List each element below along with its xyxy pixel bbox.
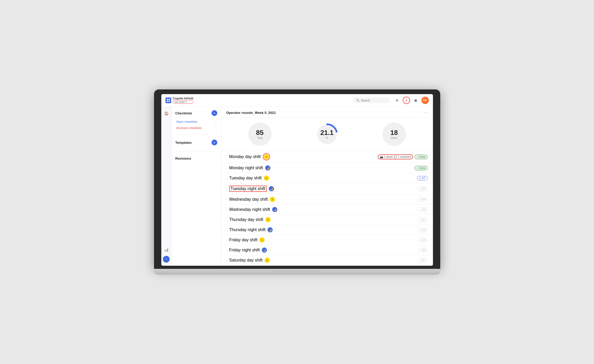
expand-icon: › <box>226 249 227 252</box>
percent-label: % <box>326 136 328 139</box>
shift-left: › Monday day shift ☀ <box>226 153 270 160</box>
shift-type-icon: 🌙 <box>265 165 270 171</box>
shift-right: ○ 0/5 <box>418 187 428 191</box>
sidebar-bottom-icons: 📊 › <box>163 246 170 263</box>
status-badge: ○ 0/7 <box>418 218 428 222</box>
revisions-section: Revisions <box>172 153 221 165</box>
shift-name: Saturday day shift <box>229 258 263 263</box>
shift-type-icon: 🌙 <box>267 227 273 232</box>
shift-type-icon: ☀ <box>265 258 270 263</box>
checklist-item[interactable]: › Saturday day shift ☀ ○ 0/7 <box>221 255 433 265</box>
checklist-item[interactable]: › Thursday day shift ☀ ○ 0/7 <box>221 215 433 225</box>
topbar: Cognite InField Ivar Aasen ▾ 🔍 <box>161 94 433 107</box>
svg-rect-0 <box>167 99 168 100</box>
user-selector[interactable]: Ivar Aasen ▾ <box>173 100 193 104</box>
checklist-item[interactable]: › Monday day shift ☀ 📷 1 photo 💬 1 comme… <box>221 151 433 163</box>
shift-right: ○ 0/4 <box>418 228 428 232</box>
expand-nav-button[interactable]: › <box>163 256 170 263</box>
shift-name: Tuesday day shift <box>229 176 262 180</box>
search-bar[interactable]: 🔍 <box>353 98 390 103</box>
checklist-item[interactable]: › Friday day shift ☀ ○ 0/6 <box>221 235 433 245</box>
shift-type-icon: 🌙 <box>269 186 274 191</box>
home-icon-button[interactable]: 🏠 <box>163 110 170 117</box>
expand-icon: › <box>226 187 227 190</box>
sidebar-item-archived-checklists[interactable]: Archived checklists › <box>175 125 217 131</box>
search-input[interactable] <box>361 99 387 102</box>
chevron-right-icon-2: › <box>215 127 216 129</box>
shift-name: Thursday night shift <box>229 228 266 232</box>
layout-icon-button[interactable]: ▣ <box>412 97 419 104</box>
info-icon-button[interactable]: ℹ <box>403 97 410 104</box>
status-badge: ○ 0/6 <box>418 197 428 202</box>
checklist-item[interactable]: › Tuesday day shift ☀ ◎ 6/7 <box>221 173 433 183</box>
brand-info: Cognite InField Ivar Aasen ▾ <box>173 97 193 104</box>
laptop-base <box>154 269 440 275</box>
expand-icon: › <box>226 177 227 180</box>
templates-title: Templates <box>175 141 192 145</box>
svg-rect-1 <box>169 99 170 100</box>
username: Ivar Aasen <box>174 101 186 103</box>
svg-rect-3 <box>169 101 170 102</box>
shift-type-icon: ☀ <box>264 176 269 181</box>
content-title: Operator rounds_Week 5_2021 <box>226 111 276 115</box>
left-sidebar: Checklists + Open checklists › Archived … <box>172 107 221 266</box>
expand-icon: › <box>226 239 227 242</box>
done-number: 18 <box>390 129 398 136</box>
shift-type-icon: 🌙 <box>262 248 267 253</box>
percent-number: 21.1 <box>320 129 334 136</box>
shift-left: › Friday day shift ☀ <box>226 237 265 243</box>
chevron-down-icon: ▾ <box>186 101 187 103</box>
checklists-section: Checklists + Open checklists › Archived … <box>172 107 221 133</box>
analytics-icon-button[interactable]: 📊 <box>163 246 170 253</box>
grid-icon-button[interactable]: ⊞ <box>393 97 401 104</box>
shift-right: ○ 0/6 <box>418 238 428 242</box>
divider-1 <box>175 134 217 134</box>
more-options-button[interactable]: ··· <box>423 110 427 115</box>
expand-icon: › <box>226 198 227 201</box>
status-badge: ○ 0/5 <box>418 187 428 191</box>
done-stat: 18 Done <box>382 122 406 146</box>
total-stat: 85 Total <box>248 122 272 146</box>
checklist-item[interactable]: › Monday night shift 🌙 ✓ Done <box>221 163 433 173</box>
shift-type-icon: ☀ <box>265 217 271 222</box>
shift-name: Thursday day shift <box>229 217 263 222</box>
status-badge: ○ 0/4 <box>418 228 428 232</box>
shift-left: › Tuesday night shift 🌙 <box>226 186 274 192</box>
revisions-header: Revisions <box>175 157 217 160</box>
total-label: Total <box>257 136 263 139</box>
expand-icon: › <box>226 229 227 231</box>
logo-icon <box>165 98 171 103</box>
shift-type-icon: ☀ <box>264 154 269 159</box>
shift-name: Wednesday night shift <box>229 207 270 212</box>
shift-right: ○ 0/7 <box>418 218 428 222</box>
add-template-button[interactable]: + <box>212 140 217 145</box>
stats-row: 85 Total 21.1 % <box>221 118 433 151</box>
photo-badge: 📷 1 photo 💬 1 comment <box>378 154 413 159</box>
sidebar-item-open-checklists[interactable]: Open checklists › <box>175 119 217 125</box>
checklist-item[interactable]: › Thursday night shift 🌙 ○ 0/4 <box>221 225 433 235</box>
checklist-items: › Monday day shift ☀ 📷 1 photo 💬 1 comme… <box>221 151 433 266</box>
checklist-item[interactable]: › Friday night shift 🌙 ○ 0/6 <box>221 245 433 255</box>
shift-left: › Wednesday day shift ☀ <box>226 197 275 202</box>
shift-name: Monday day shift <box>229 154 261 159</box>
shift-right: ○ 0/6 <box>418 197 428 202</box>
add-checklist-button[interactable]: + <box>212 110 217 116</box>
shift-left: › Thursday day shift ☀ <box>226 217 271 222</box>
checklist-item[interactable]: › Wednesday day shift ☀ ○ 0/6 <box>221 194 433 205</box>
topbar-actions: ⊞ ℹ ▣ EA <box>393 97 429 104</box>
expand-icon: › <box>226 155 227 158</box>
shift-right: ◎ 6/7 <box>417 176 428 180</box>
shift-left: › Tuesday day shift ☀ <box>226 176 269 181</box>
status-badge: ○ 0/6 <box>418 238 428 242</box>
done-label: Done <box>391 136 397 139</box>
app-logo: Cognite InField Ivar Aasen ▾ <box>165 97 193 104</box>
avatar[interactable]: EA <box>421 97 429 104</box>
checklist-item[interactable]: › Wednesday night shift 🌙 ○ 0/6 <box>221 205 433 215</box>
shift-right: ✓ Done <box>414 166 428 170</box>
shift-name: Monday night shift <box>229 166 263 170</box>
content-header: Operator rounds_Week 5_2021 ··· <box>221 107 433 118</box>
main-content: Operator rounds_Week 5_2021 ··· 85 Total <box>221 107 433 266</box>
status-badge: ○ 0/6 <box>418 248 428 252</box>
shift-type-icon: ☀ <box>270 197 275 202</box>
checklist-item[interactable]: › Tuesday night shift 🌙 ○ 0/5 <box>221 183 433 194</box>
